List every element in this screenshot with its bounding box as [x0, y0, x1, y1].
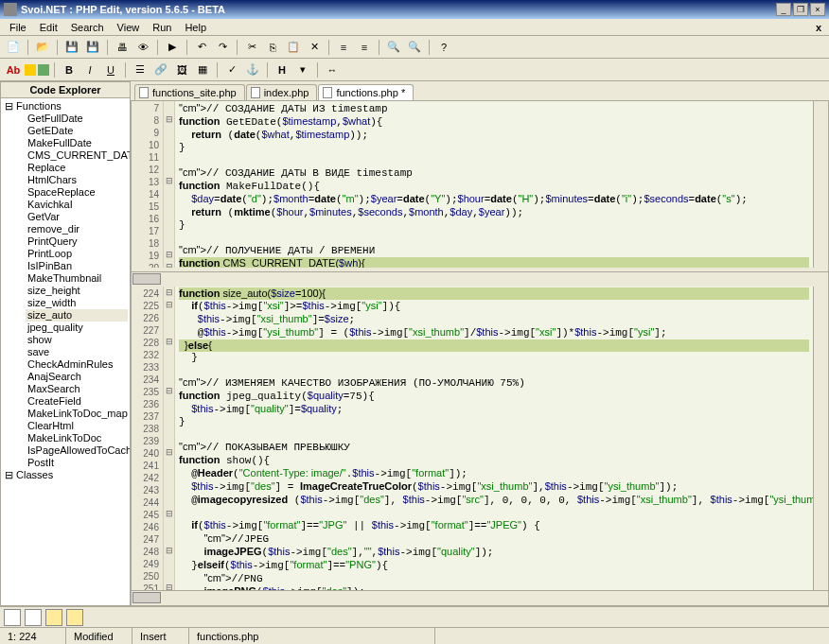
scrollbar-h-bottom[interactable] — [132, 590, 828, 605]
document-icon — [323, 87, 332, 98]
editor-panes: 78910111213141516171819202122 ⊟⊟⊟⊟⊟ "cm"… — [131, 100, 829, 606]
undo-button[interactable]: ↶ — [192, 38, 211, 57]
function-tree[interactable]: FunctionsGetFullDateGetEDateMakeFullDate… — [1, 98, 130, 605]
tree-item[interactable]: MakeFullDate — [26, 137, 128, 149]
misc-button[interactable]: ↔ — [323, 61, 342, 79]
save-all-button[interactable]: 💾 — [83, 38, 102, 57]
tree-item[interactable]: size_width — [26, 297, 128, 309]
tree-item[interactable]: GetVar — [26, 211, 128, 223]
menu-run[interactable]: Run — [147, 21, 177, 34]
sidebar-title: Code Explorer — [1, 82, 130, 98]
menu-file[interactable]: File — [4, 21, 32, 34]
cut-button[interactable]: ✂ — [242, 38, 261, 57]
print-preview-button[interactable]: 👁 — [133, 38, 152, 57]
tree-item[interactable]: GetEDate — [26, 125, 128, 137]
tree-item[interactable]: IsIPinBan — [26, 260, 128, 272]
check-button[interactable]: ✓ — [222, 61, 241, 79]
list-button[interactable]: ☰ — [131, 61, 150, 79]
maximize-button[interactable]: ❐ — [793, 3, 808, 16]
tree-item[interactable]: HtmlChars — [26, 174, 128, 186]
tree-item[interactable]: CMS_CURRENT_DATE — [26, 149, 128, 162]
status-position: 1: 224 — [0, 628, 66, 644]
menu-view[interactable]: View — [112, 21, 146, 34]
tree-item[interactable]: GetFullDate — [26, 113, 128, 125]
gutter-top: 78910111213141516171819202122 — [132, 101, 164, 268]
redo-button[interactable]: ↷ — [213, 38, 232, 57]
link-button[interactable]: 🔗 — [151, 61, 170, 79]
paste-button[interactable]: 📋 — [284, 38, 303, 57]
minimize-button[interactable]: _ — [776, 3, 791, 16]
sidebar: Code Explorer FunctionsGetFullDateGetEDa… — [0, 81, 131, 606]
tree-item[interactable]: MakeLinkToDoc_map — [26, 408, 128, 420]
new-file-button[interactable]: 📄 — [4, 38, 23, 57]
tree-item[interactable]: KavichkaI — [26, 199, 128, 211]
tree-item[interactable]: show — [26, 334, 128, 346]
outdent-button[interactable]: ≡ — [355, 38, 374, 57]
tab[interactable]: index.php — [246, 84, 318, 100]
fold-gutter-bottom[interactable]: ⊟⊟⊟⊟⊟⊟⊟⊟⊟⊟ — [164, 287, 175, 590]
print-button[interactable]: 🖶 — [113, 38, 132, 57]
anchor-button[interactable]: ⚓ — [243, 61, 262, 79]
tree-item[interactable]: AnajSearch — [26, 371, 128, 383]
tab[interactable]: functions_site.php — [134, 84, 245, 100]
doc-close-button[interactable]: x — [812, 22, 825, 33]
sidebar-btn-2[interactable] — [25, 609, 42, 626]
save-button[interactable]: 💾 — [62, 38, 81, 57]
tree-item[interactable]: jpeg_quality — [26, 322, 128, 334]
scrollbar-v-bottom[interactable] — [813, 287, 828, 590]
open-button[interactable]: 📂 — [33, 38, 52, 57]
toolbar-format: Ab B I U ☰ 🔗 🖼 ▦ ✓ ⚓ H ▾ ↔ — [0, 59, 829, 81]
tree-item[interactable]: PrintLoop — [26, 248, 128, 260]
table-button[interactable]: ▦ — [193, 61, 212, 79]
sidebar-btn-1[interactable] — [4, 609, 21, 626]
delete-button[interactable]: ✕ — [305, 38, 324, 57]
menu-help[interactable]: Help — [179, 21, 212, 34]
menubar: File Edit Search View Run Help x — [0, 19, 829, 36]
search-button[interactable]: 🔍 — [384, 38, 403, 57]
tree-item[interactable]: save — [26, 346, 128, 358]
tree-item[interactable]: MakeLinkToDoc — [26, 432, 128, 444]
sidebar-btn-4[interactable] — [66, 609, 83, 626]
sidebar-btn-3[interactable] — [45, 609, 62, 626]
tree-item[interactable]: MaxSearch — [26, 383, 128, 395]
editor-pane-bottom[interactable]: 2242252262272282322332342352362372382392… — [132, 287, 828, 590]
run-button[interactable]: ▶ — [163, 38, 182, 57]
fold-gutter-top[interactable]: ⊟⊟⊟⊟⊟ — [164, 101, 175, 268]
tree-item[interactable]: remove_dir — [26, 223, 128, 235]
copy-button[interactable]: ⎘ — [263, 38, 282, 57]
editor-pane-top[interactable]: 78910111213141516171819202122 ⊟⊟⊟⊟⊟ "cm"… — [132, 101, 828, 271]
menu-edit[interactable]: Edit — [34, 21, 63, 34]
tree-item[interactable]: size_auto — [26, 309, 128, 322]
close-button[interactable]: × — [810, 3, 825, 16]
code-top[interactable]: "cm">// СОЗДАНИЕ ДАТЫ ИЗ timestampfuncti… — [175, 101, 813, 268]
tree-item[interactable]: Replace — [26, 162, 128, 174]
underline-button[interactable]: U — [101, 61, 120, 79]
tree-item[interactable]: IsPageAllowedToCache — [26, 444, 128, 457]
bold-button[interactable]: B — [60, 61, 79, 79]
tree-item[interactable]: SpaceReplace — [26, 186, 128, 199]
code-bottom[interactable]: function size_auto($size=100){ if($this-… — [175, 287, 813, 590]
scrollbar-v-top[interactable] — [813, 101, 828, 268]
editor-area: functions_site.phpindex.phpfunctions.php… — [131, 81, 829, 606]
indent-button[interactable]: ≡ — [334, 38, 353, 57]
tree-item[interactable]: PostIt — [26, 457, 128, 469]
tree-item[interactable]: MakeThumbnail — [26, 272, 128, 285]
replace-button[interactable]: 🔍 — [405, 38, 424, 57]
tree-item[interactable]: CheckAdminRules — [26, 358, 128, 371]
scrollbar-h-top[interactable] — [132, 271, 828, 287]
tree-item[interactable]: size_height — [26, 285, 128, 297]
tree-item[interactable]: PrintQuery — [26, 235, 128, 248]
image-button[interactable]: 🖼 — [172, 61, 191, 79]
tree-item[interactable]: CreateField — [26, 395, 128, 408]
color-b-button[interactable] — [25, 64, 36, 76]
menu-search[interactable]: Search — [65, 21, 110, 34]
color-c-button[interactable] — [38, 64, 49, 76]
heading-dropdown[interactable]: ▾ — [293, 61, 312, 79]
color-a-button[interactable]: Ab — [4, 61, 23, 79]
tab[interactable]: functions.php * — [318, 84, 414, 100]
tab-bar: functions_site.phpindex.phpfunctions.php… — [131, 81, 829, 100]
help-button[interactable]: ? — [434, 38, 453, 57]
tree-item[interactable]: ClearHtml — [26, 420, 128, 432]
heading-button[interactable]: H — [273, 61, 291, 79]
italic-button[interactable]: I — [80, 61, 99, 79]
